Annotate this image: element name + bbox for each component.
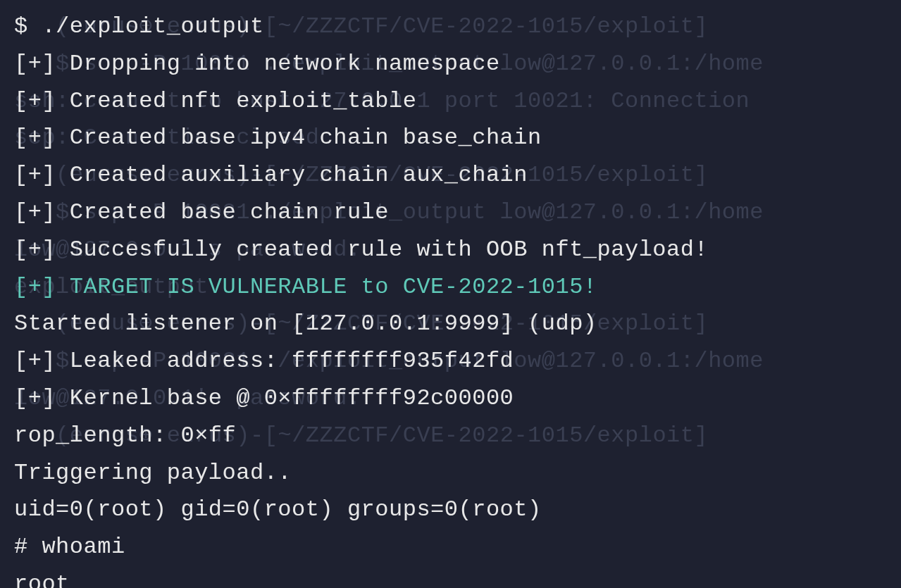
output-line: [+] Created nft exploit_table xyxy=(14,83,887,120)
output-line: uid=0(root) gid=0(root) groups=0(root) xyxy=(14,492,887,529)
output-line: [+] Dropping into network namespace xyxy=(14,46,887,83)
terminal-output: $ ./exploit_output [+] Dropping into net… xyxy=(14,8,887,588)
output-line: [+] Created auxiliary chain aux_chain xyxy=(14,157,887,194)
output-line: [+] Leaked address: ffffffff935f42fd xyxy=(14,343,887,380)
output-line: [+] Created base ipv4 chain base_chain xyxy=(14,120,887,157)
output-line: root xyxy=(14,566,887,588)
output-line: Triggering payload.. xyxy=(14,455,887,492)
command-line: # whoami xyxy=(14,529,887,566)
output-line: [+] Created base chain rule xyxy=(14,194,887,232)
command-line: $ ./exploit_output xyxy=(14,8,887,46)
output-line: Started listener on [127.0.0.1:9999] (ud… xyxy=(14,306,887,343)
vulnerability-status-line: [+] TARGET IS VULNERABLE to CVE-2022-101… xyxy=(14,269,887,306)
output-line: rop_length: 0×ff xyxy=(14,418,887,455)
output-line: [+] Kernel base @ 0×ffffffff92c00000 xyxy=(14,380,887,418)
output-line: [+] Succesfully created rule with OOB nf… xyxy=(14,232,887,269)
